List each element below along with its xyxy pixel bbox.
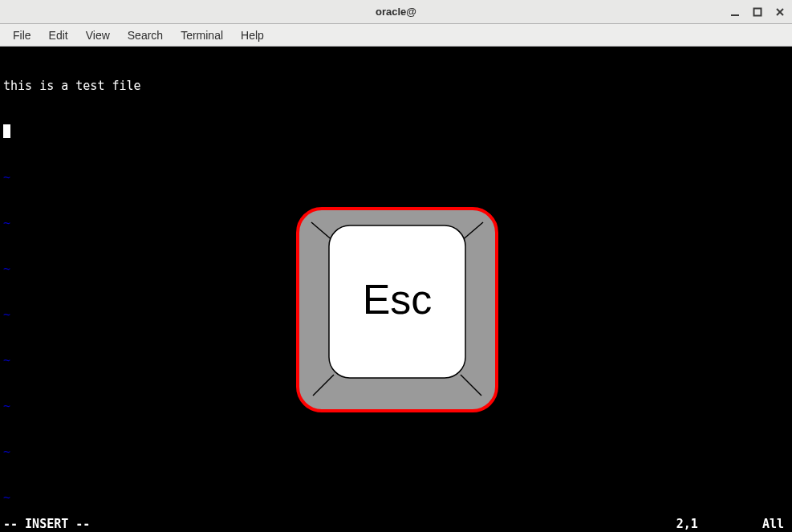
menu-search[interactable]: Search [120, 26, 171, 45]
menu-view[interactable]: View [78, 26, 118, 45]
close-button[interactable] [774, 6, 786, 18]
window-title: oracle@ [376, 6, 416, 18]
maximize-button[interactable] [752, 6, 763, 18]
minimize-button[interactable] [729, 6, 741, 18]
tilde-line: ~ [3, 262, 789, 277]
menubar: File Edit View Search Terminal Help [0, 24, 792, 47]
tilde-line: ~ [3, 445, 789, 460]
menu-file[interactable]: File [5, 26, 39, 45]
status-mode: -- INSERT -- [3, 517, 90, 532]
buffer-line-cursor [3, 124, 789, 140]
editor-statusbar: -- INSERT -- 2,1 All [0, 517, 792, 532]
menu-terminal[interactable]: Terminal [173, 26, 231, 45]
menu-edit[interactable]: Edit [41, 26, 76, 45]
status-position: 2,1 [676, 517, 698, 532]
tilde-line: ~ [3, 170, 789, 185]
tilde-line: ~ [3, 399, 789, 414]
tilde-line: ~ [3, 353, 789, 368]
window-controls [729, 0, 786, 23]
minimize-icon [730, 7, 740, 17]
svg-rect-1 [754, 8, 762, 15]
close-icon [775, 7, 785, 17]
menu-help[interactable]: Help [233, 26, 272, 45]
editor-buffer: this is a test file ~ ~ ~ ~ ~ ~ ~ ~ ~ ~ … [0, 47, 792, 517]
status-scroll: All [762, 517, 784, 532]
tilde-line: ~ [3, 490, 789, 506]
window-titlebar: oracle@ [0, 0, 792, 24]
buffer-line-content: this is a test file [3, 79, 789, 94]
cursor-icon [3, 124, 10, 138]
tilde-line: ~ [3, 216, 789, 231]
tilde-line: ~ [3, 307, 789, 323]
terminal-area[interactable]: this is a test file ~ ~ ~ ~ ~ ~ ~ ~ ~ ~ … [0, 47, 792, 532]
maximize-icon [753, 7, 762, 17]
